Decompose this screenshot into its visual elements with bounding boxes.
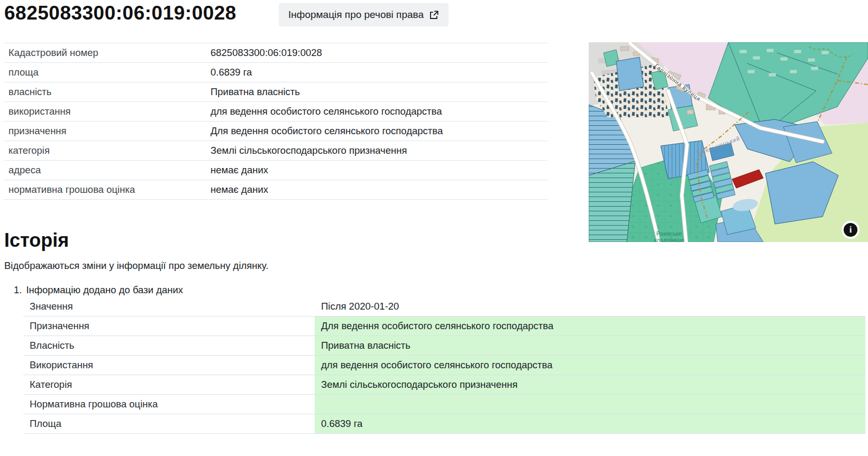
- row-label: площа: [4, 67, 211, 78]
- row-value: Для ведення особистого селянського госпо…: [211, 125, 547, 137]
- table-row: Кадастровий номер 6825083300:06:019:0028: [4, 43, 547, 63]
- row-label: Призначення: [23, 317, 315, 336]
- table-row: нормативна грошова оцінка немає даних: [4, 180, 547, 200]
- map-cemetery-label-line2: кладовище: [654, 237, 684, 242]
- table-row: використання для ведення особистого селя…: [4, 102, 547, 122]
- rights-info-button[interactable]: Інформація про речові права: [279, 3, 449, 26]
- map-info-button[interactable]: i: [842, 221, 860, 239]
- row-label: Власність: [23, 336, 315, 355]
- history-heading: Історія: [4, 229, 69, 252]
- row-value: Приватна власність: [315, 336, 865, 355]
- table-row: площа 0.6839 га: [4, 63, 547, 82]
- history-header-row: Значення Після 2020-01-20: [23, 297, 865, 317]
- row-value: для ведення особистого селянського госпо…: [211, 106, 547, 117]
- row-label: адреса: [4, 164, 211, 176]
- row-label: Категорія: [23, 375, 315, 394]
- history-row: Площа 0.6839 га: [23, 414, 865, 434]
- row-value: [315, 395, 865, 414]
- history-table: Значення Після 2020-01-20 Призначення Дл…: [23, 297, 865, 434]
- row-value: Для ведення особистого селянського госпо…: [315, 317, 865, 336]
- page-title: 6825083300:06:019:0028: [4, 2, 236, 24]
- row-label: власність: [4, 86, 211, 98]
- history-entry-label: Інформацію додано до бази даних: [26, 284, 183, 295]
- row-value: 0.6839 га: [211, 67, 547, 78]
- map-image: Гарнізонна вулиця Хмельницький Раківське…: [589, 42, 868, 242]
- row-value: немає даних: [211, 164, 547, 176]
- row-label: Нормативна грошова оцінка: [23, 395, 315, 414]
- history-entry-number: 1.: [14, 284, 22, 296]
- row-label: призначення: [4, 125, 211, 137]
- table-row: адреса немає даних: [4, 161, 547, 180]
- table-row: призначення Для ведення особистого селян…: [4, 122, 547, 141]
- row-label: використання: [4, 106, 211, 117]
- history-row: Призначення Для ведення особистого селян…: [23, 317, 865, 336]
- row-value: Приватна власність: [211, 86, 547, 98]
- row-label: Використання: [23, 356, 315, 375]
- history-row: Використання для ведення особистого селя…: [23, 356, 865, 375]
- row-value: 6825083300:06:019:0028: [211, 47, 547, 59]
- row-value: для ведення особистого селянського госпо…: [315, 356, 865, 375]
- row-label: категорія: [4, 145, 211, 156]
- row-value: 0.6839 га: [315, 414, 865, 433]
- cadastral-map[interactable]: Гарнізонна вулиця Хмельницький Раківське…: [589, 42, 868, 242]
- row-label: Площа: [23, 414, 315, 433]
- table-row: власність Приватна власність: [4, 82, 547, 102]
- row-value: Землі сільськогосподарського призначення: [315, 375, 865, 394]
- row-value: Після 2020-01-20: [315, 297, 865, 316]
- external-link-icon: [429, 10, 439, 20]
- history-row: Власність Приватна власність: [23, 336, 865, 356]
- history-entry-title: 1.Інформацію додано до бази даних: [14, 284, 183, 296]
- history-description: Відображаються зміни у інформації про зе…: [4, 260, 268, 272]
- rights-info-button-label: Інформація про речові права: [288, 9, 424, 21]
- history-row: Нормативна грошова оцінка: [23, 395, 865, 414]
- parcel-attributes-table: Кадастровий номер 6825083300:06:019:0028…: [4, 43, 547, 200]
- history-row: Категорія Землі сільськогосподарського п…: [23, 375, 865, 395]
- row-label: Кадастровий номер: [4, 47, 211, 59]
- row-label: нормативна грошова оцінка: [4, 184, 211, 196]
- map-cemetery-label-line1: Раківське: [656, 230, 682, 237]
- table-row: категорія Землі сільськогосподарського п…: [4, 141, 547, 161]
- row-label: Значення: [23, 297, 315, 316]
- row-value: Землі сільськогосподарського призначення: [211, 145, 547, 156]
- info-icon: i: [844, 223, 857, 237]
- row-value: немає даних: [211, 184, 547, 196]
